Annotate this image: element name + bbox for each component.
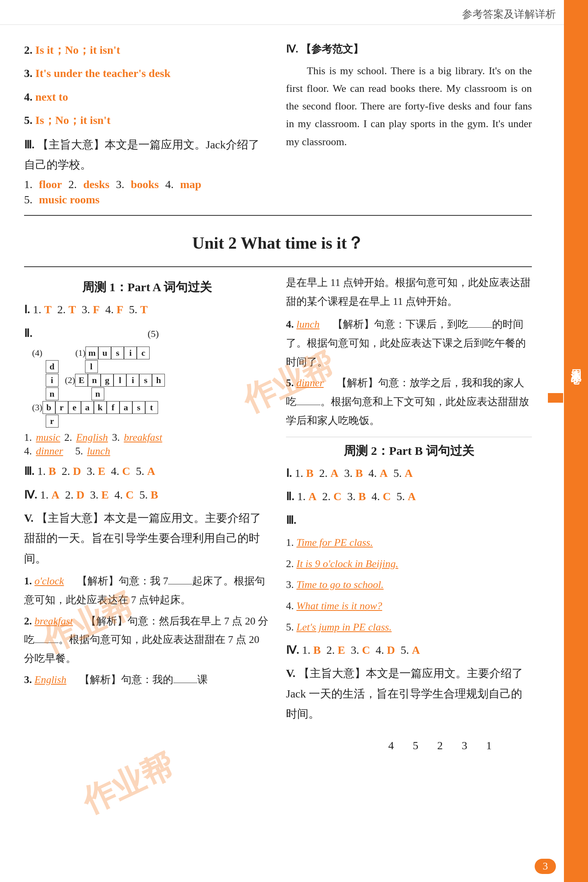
w2-sec3-n4: 4. — [286, 600, 296, 612]
cw-word-music: m u s i c — [85, 347, 150, 359]
fill-word2: English — [76, 432, 108, 444]
w2-sec5-label: V. — [286, 667, 296, 679]
cw-cell-s: s — [111, 347, 124, 359]
cw-n4: (4) — [32, 347, 43, 359]
w2-sec3-n3: 3. — [286, 579, 296, 590]
left-column-top: 2. Is it；No；it isn't 3. It's under the t… — [24, 37, 270, 209]
w2-sec1-label: Ⅰ. — [286, 467, 292, 479]
w1-ex5-word: dinner — [296, 377, 324, 389]
ref-section: Ⅳ. 【参考范文】 This is my school. There is a … — [286, 40, 532, 151]
header-title: 参考答案及详解详析 — [462, 8, 556, 20]
w2-sec3-item5: 5. Let's jump in PE class. — [286, 618, 532, 637]
w1-explain1: 1. o'clock 【解析】句意：我 7 起床了。根据句意可知，此处应表达在 … — [24, 572, 270, 610]
w2-sec3-t5: Let's jump in PE class. — [296, 621, 391, 633]
fill-num4: 4. — [24, 445, 32, 457]
w2-sec1-answers: 1. B 2. A 3. B 4. A 5. A — [295, 467, 413, 479]
sec3-word2: desks — [83, 178, 109, 191]
cw-n1: (1) — [75, 347, 86, 359]
cw-cell-r: r — [55, 401, 68, 414]
cw-cell-E: E — [75, 374, 88, 387]
fill-word3: breakfast — [124, 432, 162, 444]
w2-sec4-row: Ⅳ. 1. B 2. E 3. C 4. D 5. A — [286, 640, 532, 660]
w1-right-top-text: 是在早上 11 点钟开始。根据句意可知，此处应表达甜甜的某个课程是在早上 11 … — [286, 274, 532, 311]
ref-label: Ⅳ. — [286, 43, 298, 55]
week1-title: 周测 1：Part A 词句过关 — [24, 279, 270, 296]
main-content: 2. Is it；No；it isn't 3. It's under the t… — [0, 25, 564, 764]
cw-cell-k: k — [94, 401, 107, 414]
right-sidebar: 周测小卷 — [564, 0, 588, 882]
section3-label: Ⅲ. — [24, 138, 34, 151]
w2-sec3-n5: 5. — [286, 621, 296, 633]
cw-cell-l2: l — [114, 374, 126, 387]
fill-num2: 2. — [64, 432, 72, 444]
sec3-num2: 2. — [69, 178, 77, 191]
w2-sec4-label: Ⅳ. — [286, 644, 299, 656]
unit-title-text: Unit 2 What time is it？ — [192, 234, 363, 252]
sec3-num1: 1. — [24, 178, 32, 191]
cw-cell-e: e — [68, 401, 81, 414]
w2-sec2-answers: 1. A 2. C 3. B 4. C 5. A — [297, 490, 416, 503]
fill-answers-line2: 4. dinner 5. lunch — [24, 445, 270, 457]
answer-num-2: 2. — [24, 44, 35, 56]
unit-title: Unit 2 What time is it？ — [24, 228, 532, 258]
w1-sec1-answers: 1. T 2. T 3. F 4. F 5. T — [33, 303, 148, 316]
answer-text-2: Is it；No；it isn't — [35, 44, 120, 56]
unit-divider — [24, 266, 532, 267]
sec3-word1: floor — [39, 178, 62, 191]
cw-cell-a2: a — [120, 401, 132, 414]
cw-row3: (4) i (2) E n g l i s h — [32, 374, 270, 387]
w1-sec2-label-row: Ⅱ. (5) — [24, 323, 270, 343]
section3-header: Ⅲ. 【主旨大意】本文是一篇应用文。Jack介绍了自己的学校。 — [24, 135, 270, 175]
w1-sec3-nums: 1. B 2. D 3. E 4. C 5. A — [37, 465, 155, 477]
cw-n4-spacer — [46, 347, 63, 359]
w2-sec2-label: Ⅱ. — [286, 490, 294, 503]
cw-row2: (4) d l — [32, 360, 270, 373]
sec3-num3: 3. — [116, 178, 124, 191]
w1-ex3-num: 3. — [24, 674, 34, 685]
week1-right-col: 是在早上 11 点钟开始。根据句意可知，此处应表达甜甜的某个课程是在早上 11 … — [286, 274, 532, 727]
answer-item-2: 2. Is it；No；it isn't — [24, 40, 270, 60]
sec3-word5: music rooms — [39, 193, 99, 206]
fill-num3: 3. — [112, 432, 120, 444]
w1-sec1-label: Ⅰ. — [24, 303, 30, 316]
w2-sec3-header: Ⅲ. — [286, 510, 532, 530]
answer-text-3: It's under the teacher's desk — [35, 67, 170, 79]
w2-sec3-t1: Time for PE class. — [296, 537, 373, 548]
cw-cell-n2: n — [46, 387, 59, 400]
w1-ex2-word: breakfast — [34, 615, 73, 627]
cw-cell-i3: i — [126, 374, 139, 387]
w1-sec3-label: Ⅲ. — [24, 465, 37, 477]
answer-num-3: 3. — [24, 67, 35, 79]
w1-sec3-row: Ⅲ. 1. B 2. D 3. E 4. C 5. A — [24, 461, 270, 481]
cw-row5: (3) b r e a k f a s t — [32, 401, 270, 414]
cw-cell-b: b — [43, 401, 55, 414]
cw-cell-t: t — [145, 401, 158, 414]
fill-word4: dinner — [36, 445, 63, 457]
cw-word-breakfast: b r e a k f a s t — [43, 401, 158, 414]
answer-text-5: Is；No；it isn't — [35, 114, 110, 126]
cw-cell-d: d — [46, 360, 59, 373]
w2-sec4-answers: 1. B 2. E 3. C 4. D 5. A — [302, 644, 420, 656]
w1-ex5-num: 5. — [286, 377, 296, 389]
week2-title: 周测 2：Part B 词句过关 — [286, 443, 532, 459]
cw-cell-f: f — [107, 401, 120, 414]
week1-title-text: 周测 1：Part A 词句过关 — [82, 280, 212, 294]
cw-cell-m: m — [85, 347, 98, 359]
page-header: 参考答案及详解详析 — [0, 0, 588, 25]
fill-word5: lunch — [87, 445, 110, 457]
w2-sec5-note: 【主旨大意】本文是一篇应用文。主要介绍了 Jack 一天的生活，旨在引导学生合理… — [286, 667, 523, 720]
page-number: 3 — [543, 860, 548, 872]
cw-cell-r2: r — [46, 415, 59, 428]
cw-n3-label: (3) — [32, 401, 43, 414]
w2-sec3-t4: What time is it now? — [296, 600, 382, 612]
w2-sec3-label: Ⅲ. — [286, 514, 296, 526]
w2-sec3-t3: Time to go to school. — [296, 579, 383, 590]
w2-sec3-item1: 1. Time for PE class. — [286, 533, 532, 552]
cw-cell-g: g — [101, 374, 114, 387]
fill-num1: 1. — [24, 432, 32, 444]
bottom-numbers: 4 5 2 3 1 — [388, 739, 500, 752]
cw-row1: (4) (1) m u s i c — [32, 347, 270, 359]
answer-item-5: 5. Is；No；it isn't — [24, 110, 270, 130]
right-column-top: Ⅳ. 【参考范文】 This is my school. There is a … — [286, 37, 532, 209]
w2-sec3-n1: 1. — [286, 537, 296, 548]
